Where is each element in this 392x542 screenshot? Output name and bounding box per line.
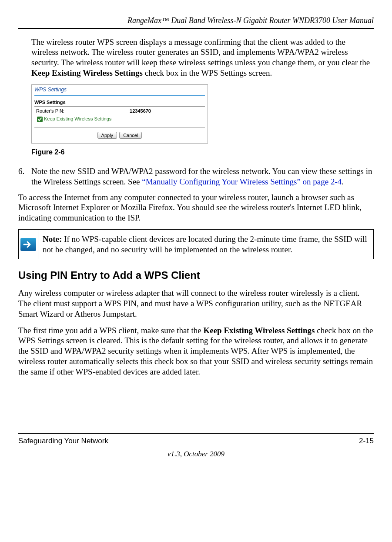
bold-text: Keep Existing Wireless Settings: [203, 326, 315, 335]
panel-title: WPS Settings: [32, 85, 208, 94]
note-box: Note: If no WPS-capable client devices a…: [18, 229, 374, 260]
footer-version: v1.3, October 2009: [18, 449, 374, 458]
paragraph-access-internet: To access the Internet from any computer…: [18, 192, 374, 223]
section-underline: [34, 106, 205, 107]
step-6: 6. Note the new SSID and WPA/WPA2 passwo…: [18, 166, 374, 187]
header-rule: [18, 28, 374, 29]
footer-page-number: 2-15: [359, 436, 374, 445]
step-number: 6.: [18, 166, 31, 187]
apply-button[interactable]: Apply: [97, 132, 117, 139]
note-body: If no WPS-capable client devices are loc…: [43, 234, 367, 254]
pin-value: 12345670: [130, 108, 151, 114]
text: check box in the WPS Settings screen.: [143, 68, 272, 77]
router-pin-row: Router's PIN: 12345670: [32, 108, 208, 114]
text: .: [342, 177, 344, 186]
checkbox-label: Keep Existing Wireless Settings: [44, 116, 111, 121]
arrow-icon: [20, 238, 36, 251]
paragraph-wps-confirm: The wireless router WPS screen displays …: [31, 37, 374, 78]
section-underline-2: [34, 127, 205, 127]
figure-caption: Figure 2-6: [31, 148, 374, 157]
note-text: Note: If no WPS-capable client devices a…: [38, 230, 373, 259]
text: The first time you add a WPS client, mak…: [18, 326, 203, 335]
section-label: WPS Settings: [32, 99, 208, 106]
note-label: Note:: [43, 234, 62, 244]
section-heading: Using PIN Entry to Add a WPS Client: [18, 269, 374, 282]
keep-settings-row: Keep Existing Wireless Settings: [32, 114, 208, 126]
cross-reference-link[interactable]: “Manually Configuring Your Wireless Sett…: [142, 177, 342, 186]
text: The wireless router WPS screen displays …: [31, 37, 370, 67]
bold-text: Keep Existing Wireless Settings: [31, 68, 143, 77]
footer-section-name: Safeguarding Your Network: [18, 436, 108, 445]
cancel-button[interactable]: Cancel: [119, 132, 142, 139]
title-divider: [34, 95, 205, 96]
footer-rule: [18, 433, 374, 434]
page-footer: Safeguarding Your Network 2-15 v1.3, Oct…: [18, 433, 374, 458]
note-icon-cell: [19, 230, 38, 259]
keep-settings-checkbox[interactable]: [37, 117, 43, 122]
pin-label: Router's PIN:: [36, 108, 130, 114]
step-text: Note the new SSID and WPA/WPA2 password …: [31, 166, 374, 187]
button-row: Apply Cancel: [32, 129, 208, 143]
document-header-title: RangeMax™ Dual Band Wireless-N Gigabit R…: [18, 16, 374, 26]
wps-settings-screenshot: WPS Settings WPS Settings Router's PIN: …: [31, 84, 208, 144]
paragraph-pin-intro: Any wireless computer or wireless adapte…: [18, 288, 374, 319]
paragraph-pin-keep-settings: The first time you add a WPS client, mak…: [18, 325, 374, 377]
